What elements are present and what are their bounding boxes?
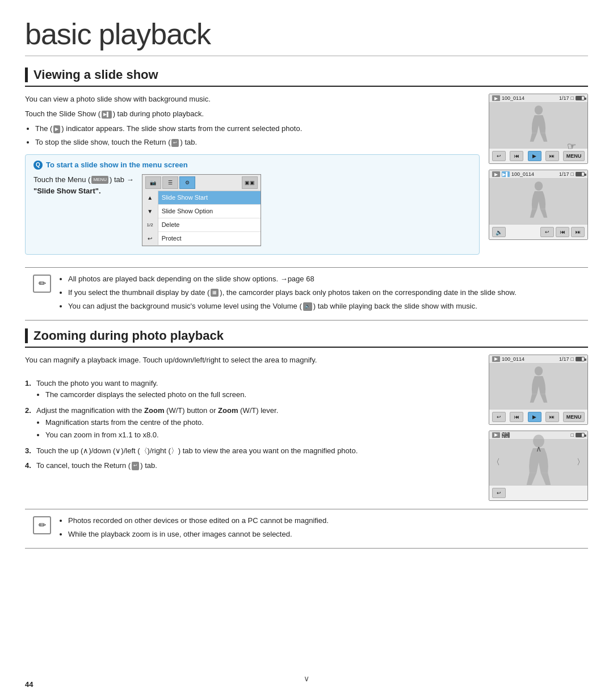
cam2-prev-btn[interactable]: ⏮ — [556, 227, 569, 237]
section2-intro: You can magnify a playback image. Touch … — [25, 355, 480, 366]
note1-content: All photos are played back depending on … — [58, 273, 517, 314]
cam2-photo-area — [489, 179, 587, 224]
callout-search-icon: Q — [33, 161, 43, 170]
cam3-controls: ↩ ⏮ ▶ ⏭ MENU — [489, 409, 587, 424]
cam4-zoom-label: QX 3.0 — [502, 432, 510, 438]
svg-point-1 — [534, 182, 542, 191]
camera-screen-3: ▶ 100_0114 1/17 □ — [489, 355, 588, 425]
section1-step1: Touch the Slide Show (▶▌) tab during pho… — [25, 108, 480, 120]
step4-num: 4. — [25, 460, 31, 471]
cam4-mode-icon: ▶ — [492, 432, 500, 438]
section-zooming: Zooming during photo playback You can ma… — [25, 328, 588, 501]
menu-row-protect-label: Protect — [158, 235, 261, 242]
note1-bullet3: You can adjust the background music's vo… — [68, 301, 517, 312]
callout-step: Touch the Menu (MENU) tab → "Slide Show … — [33, 174, 134, 197]
cam2-top-right: 1/17 □ — [559, 171, 585, 177]
return-icon: ↩ — [171, 139, 179, 147]
step1: 1. Touch the photo you want to magnify. … — [25, 378, 480, 400]
cam1-mode-icon: ▶ — [492, 95, 500, 101]
step2: 2. Adjust the magnification with the Zoo… — [25, 405, 480, 440]
cam2-mode-icon: ▶ — [492, 171, 500, 177]
cam4-photo-area: ∧ 〈 〉 — [489, 440, 587, 485]
cam1-top: ▶ 100_0114 1/17 □ — [489, 94, 587, 103]
volume-icon: 🔈 — [303, 302, 312, 310]
step4: 4. To cancel, touch the Return (↩) tab. — [25, 460, 480, 471]
step2-sub1: Magnification starts from the centre of … — [45, 417, 480, 428]
indicator-icon: ▶ — [53, 125, 60, 133]
cam1-prev-btn[interactable]: ⏮ — [510, 151, 523, 161]
camera-screen-2: ▶ ▶▌ 100_0114 1/17 □ — [489, 170, 588, 240]
cam1-return-btn[interactable]: ↩ — [492, 151, 506, 161]
section1-bullets: The (▶) indicator appears. The slide sho… — [35, 123, 480, 148]
menu-top-bar: 📷 ☰ ⚙ ▣▣ — [142, 175, 261, 191]
cam2-top: ▶ ▶▌ 100_0114 1/17 □ — [489, 170, 587, 179]
cam3-mode-icon: ▶ — [492, 356, 500, 362]
menu-row-slideshow-option: ▼ Slide Show Option — [142, 205, 261, 218]
cam3-top: ▶ 100_0114 1/17 □ — [489, 355, 587, 364]
svg-point-0 — [534, 106, 542, 115]
cam4-right-arrow: 〉 — [577, 457, 585, 467]
section1-header: Viewing a slide show — [25, 68, 588, 87]
svg-point-2 — [534, 366, 542, 376]
cam1-file: 100_0114 — [502, 95, 524, 101]
cam1-photo-area: ☞ — [489, 103, 587, 148]
cam3-top-left: ▶ 100_0114 — [492, 356, 524, 362]
callout-content: Touch the Menu (MENU) tab → "Slide Show … — [33, 174, 471, 246]
cam2-battery-icon — [576, 172, 585, 176]
cam1-play-btn[interactable]: ▶ — [528, 151, 541, 161]
step2-num: 2. — [25, 405, 31, 416]
cam3-return-btn[interactable]: ↩ — [492, 412, 506, 422]
cam3-sd-icon: □ — [571, 356, 574, 362]
cam3-play-btn[interactable]: ▶ — [528, 412, 541, 422]
slideshow-tab-icon: ▶▌ — [102, 111, 112, 119]
cam2-silhouette — [524, 181, 553, 222]
cam3-silhouette — [524, 366, 553, 407]
cam2-return-btn[interactable]: ↩ — [540, 227, 554, 237]
cam3-next-btn[interactable]: ⏭ — [545, 412, 559, 422]
note1-bullet2: If you select the thumbnail display by d… — [68, 287, 517, 298]
note1-bullet1: All photos are played back depending on … — [68, 273, 517, 285]
cam2-date: 1/17 — [559, 171, 569, 177]
cam3-photo-area — [489, 364, 587, 409]
step3-num: 3. — [25, 445, 31, 457]
menu-tab-photo: 📷 — [145, 176, 161, 189]
note1-bullets: All photos are played back depending on … — [68, 273, 517, 312]
section1-text: You can view a photo slide show with bac… — [25, 94, 480, 259]
menu-icon: MENU — [91, 176, 108, 184]
menu-row-delete: 1/2 Delete — [142, 218, 261, 232]
cam1-battery-icon — [576, 96, 585, 100]
camera-screen-4: ▶ QX 3.0 □ ∧ — [489, 431, 588, 501]
menu-tab-settings: ⚙ — [179, 176, 195, 189]
step1-sub1: The camcorder displays the selected phot… — [45, 389, 480, 400]
section2-bar — [25, 328, 28, 343]
note-box-1: ✏ All photos are played back depending o… — [25, 267, 588, 321]
cam2-slide-icon: ▶▌ — [502, 171, 510, 177]
menu-row-down-icon: ▼ — [142, 204, 158, 218]
menu-row-slideshow-start-label: Slide Show Start — [158, 191, 261, 204]
note2-bullets: Photos recorded on other devices or thos… — [68, 515, 329, 540]
cam2-next-btn[interactable]: ⏭ — [571, 227, 585, 237]
note-pencil-icon-2: ✏ — [39, 520, 46, 530]
note2-bullet1: Photos recorded on other devices or thos… — [68, 515, 329, 526]
cam1-next-btn[interactable]: ⏭ — [545, 151, 559, 161]
step1-num: 1. — [25, 378, 31, 389]
note-icon-1: ✏ — [33, 275, 51, 293]
cam2-controls: 🔈 ↩ ⏮ ⏭ — [489, 224, 587, 239]
callout-title-text: To start a slide show in the menu screen — [46, 161, 188, 169]
camera-screen-1: ▶ 100_0114 1/17 □ — [489, 94, 588, 164]
step2-sub2: You can zoom in from x1.1 to x8.0. — [45, 429, 480, 441]
menu-row-page-icon: 1/2 — [142, 218, 158, 231]
cam4-return-btn[interactable]: ↩ — [492, 488, 506, 498]
section-viewing-slideshow: Viewing a slide show You can view a phot… — [25, 68, 588, 259]
cam1-top-right: 1/17 □ — [559, 95, 585, 101]
return2-icon: ↩ — [132, 462, 139, 470]
cam3-menu-btn[interactable]: MENU — [563, 412, 585, 422]
cam4-battery-icon — [576, 433, 585, 437]
cam1-finger-icon: ☞ — [567, 140, 576, 153]
cam2-top-left: ▶ ▶▌ 100_0114 — [492, 171, 534, 177]
note-box-2: ✏ Photos recorded on other devices or th… — [25, 509, 588, 549]
cam2-volume-btn[interactable]: 🔈 — [492, 227, 506, 237]
note2-content: Photos recorded on other devices or thos… — [58, 515, 329, 542]
page-title: basic playback — [25, 17, 588, 56]
cam3-prev-btn[interactable]: ⏮ — [510, 412, 523, 422]
